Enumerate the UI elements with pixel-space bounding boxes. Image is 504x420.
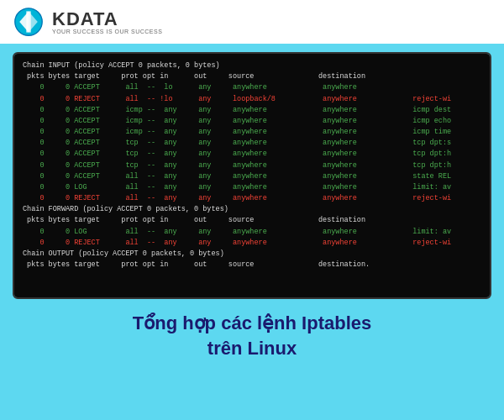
terminal-line: 0 0 REJECT all -- any any anywhere anywh… <box>23 238 481 249</box>
svg-rect-3 <box>26 11 30 32</box>
page-title: Tổng hợp các lệnh Iptables trên Linux <box>116 311 388 360</box>
logo-text: KDATA YOUR SUCCESS IS OUR SUCCESS <box>52 10 162 34</box>
terminal-line: 0 0 REJECT all -- !lo any loopback/8 any… <box>23 94 481 105</box>
terminal-line: 0 0 ACCEPT all -- lo any anywhere anywhe… <box>23 82 481 93</box>
terminal-line: 0 0 ACCEPT tcp -- any any anywhere anywh… <box>23 138 481 149</box>
page-title-line2: trên Linux <box>133 336 371 361</box>
terminal-line: 0 0 LOG all -- any any anywhere anywhere… <box>23 182 481 193</box>
terminal-wrapper: Chain INPUT (policy ACCEPT 0 packets, 0 … <box>13 52 491 299</box>
terminal-line: 0 0 ACCEPT icmp -- any any anywhere anyw… <box>23 127 481 138</box>
terminal-line: pkts bytes target prot opt in out source… <box>23 215 481 226</box>
header: KDATA YOUR SUCCESS IS OUR SUCCESS <box>0 0 504 44</box>
terminal-line: 0 0 ACCEPT tcp -- any any anywhere anywh… <box>23 160 481 171</box>
terminal-line: 0 0 ACCEPT icmp -- any any anywhere anyw… <box>23 116 481 127</box>
terminal-line: pkts bytes target prot opt in out source… <box>23 71 481 82</box>
terminal-line: Chain OUTPUT (policy ACCEPT 0 packets, 0… <box>23 249 481 260</box>
terminal-line: 0 0 ACCEPT all -- any any anywhere anywh… <box>23 171 481 182</box>
terminal-line: 0 0 LOG all -- any any anywhere anywhere… <box>23 227 481 238</box>
logo-tagline: YOUR SUCCESS IS OUR SUCCESS <box>52 29 162 34</box>
terminal: Chain INPUT (policy ACCEPT 0 packets, 0 … <box>14 54 490 297</box>
terminal-line: Chain INPUT (policy ACCEPT 0 packets, 0 … <box>23 60 481 71</box>
page-container: KDATA YOUR SUCCESS IS OUR SUCCESS Chain … <box>0 0 504 420</box>
page-title-line1: Tổng hợp các lệnh Iptables <box>133 311 371 336</box>
terminal-line: 0 0 REJECT all -- any any anywhere anywh… <box>23 193 481 204</box>
terminal-line: pkts bytes target prot opt in out source… <box>23 260 481 270</box>
kdata-logo-icon <box>13 7 44 37</box>
terminal-line: 0 0 ACCEPT icmp -- any any anywhere anyw… <box>23 105 481 116</box>
terminal-line: 0 0 ACCEPT tcp -- any any anywhere anywh… <box>23 149 481 160</box>
logo-brand: KDATA <box>52 10 162 29</box>
terminal-line: Chain FORWARD (policy ACCEPT 0 packets, … <box>23 204 481 215</box>
